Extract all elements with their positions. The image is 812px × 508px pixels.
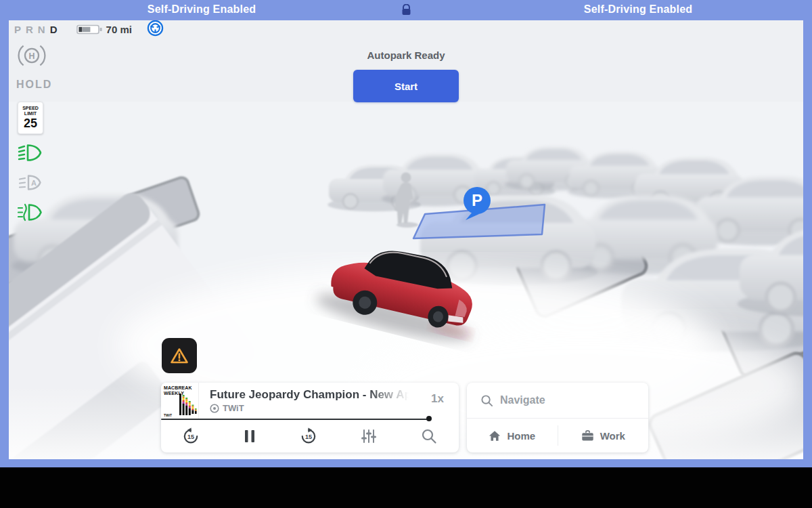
forward-15-button[interactable]: 15 [298, 426, 319, 446]
media-player-card: MACBREAK WEEKLY TWiT Future Jeopardy Cha… [161, 383, 459, 452]
lock-icon[interactable] [402, 4, 411, 18]
battery-status: 70 mi [76, 24, 132, 35]
svg-text:H: H [29, 51, 35, 61]
gear-r: R [26, 24, 33, 35]
battery-range: 70 mi [106, 24, 132, 35]
autopilot-banner: Self-Driving Enabled Self-Driving Enable… [0, 0, 812, 20]
track-title: Future Jeopardy Champion - New Apple [210, 388, 413, 402]
autopark-start-button[interactable]: Start [353, 70, 459, 102]
album-art: MACBREAK WEEKLY TWiT [161, 383, 199, 419]
self-driving-status-left: Self-Driving Enabled [148, 3, 256, 16]
self-driving-status-right: Self-Driving Enabled [584, 3, 692, 16]
auto-headlights-icon: A [18, 174, 42, 191]
home-icon [489, 430, 501, 442]
track-source: TWiT [223, 403, 244, 413]
rewind-15-button[interactable]: 15 [181, 426, 201, 446]
autosteer-wheel-icon[interactable] [147, 20, 164, 39]
svg-text:A: A [31, 179, 37, 187]
search-icon [480, 394, 493, 407]
gear-indicator[interactable]: PRND [14, 24, 58, 35]
speed-limit-value: 25 [24, 117, 37, 130]
autopark-status: Autopark Ready [367, 49, 445, 61]
svg-text:15: 15 [187, 433, 194, 440]
gear-n: N [38, 24, 45, 35]
brake-hold-icon: H [18, 42, 46, 69]
warning-triangle-icon [169, 347, 189, 365]
svg-text:15: 15 [305, 433, 312, 440]
navigate-home-button[interactable]: Home [467, 419, 558, 452]
gear-d-active: D [50, 24, 58, 35]
audio-settings-button[interactable] [359, 426, 379, 446]
headlights-on-icon [18, 144, 42, 162]
speed-limit-sign: SPEED LIMIT 25 [18, 102, 43, 134]
battery-icon [76, 24, 104, 35]
navigate-search-input[interactable]: Navigate [467, 383, 648, 418]
pause-button[interactable] [241, 427, 258, 446]
hold-label: HOLD [16, 79, 47, 91]
navigation-card: Navigate Home Work [467, 383, 648, 452]
warning-alert-button[interactable] [162, 338, 197, 373]
navigate-placeholder: Navigate [500, 394, 545, 406]
media-search-button[interactable] [419, 426, 439, 446]
podcast-source-icon [210, 404, 219, 413]
parking-pin-letter: P [472, 191, 482, 209]
app-launcher-bar: 70 Auto [0, 467, 812, 508]
playback-speed-button[interactable]: 1x [431, 392, 444, 406]
gear-p: P [14, 24, 21, 35]
album-art-bars [179, 394, 197, 415]
navigate-work-button[interactable]: Work [558, 419, 649, 452]
briefcase-icon [581, 430, 594, 442]
fog-lights-icon [18, 203, 42, 221]
